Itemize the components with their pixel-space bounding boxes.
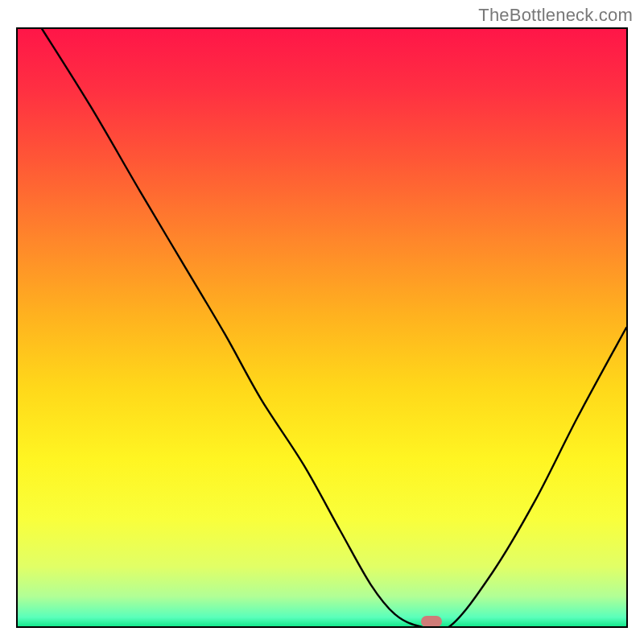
optimal-marker [421,616,442,626]
bottleneck-curve [18,29,626,626]
chart-frame [16,27,628,628]
watermark-text: TheBottleneck.com [478,5,633,26]
plot-area [18,29,626,626]
